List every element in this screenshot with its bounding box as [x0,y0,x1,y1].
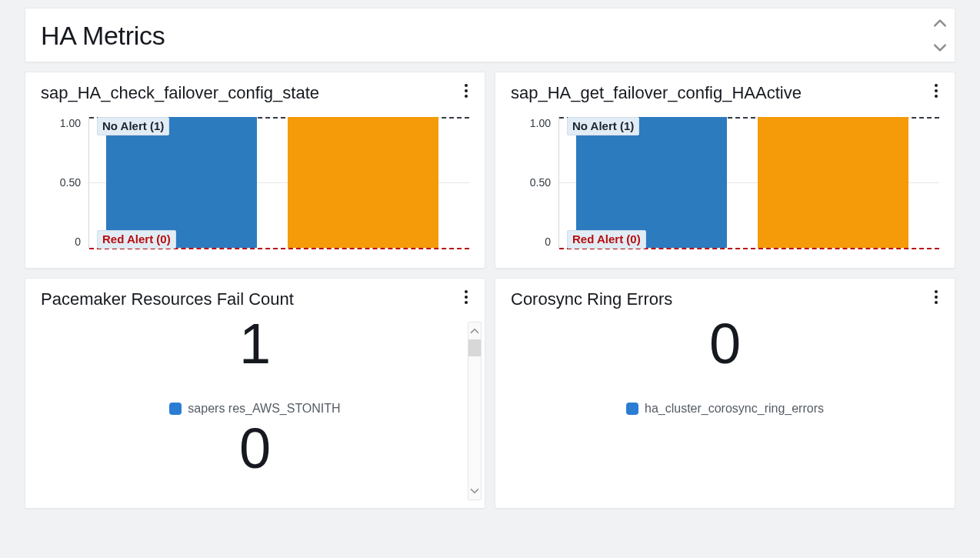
panel-scrollbar[interactable] [468,322,482,500]
metric-label-text: sapers res_AWS_STONITH [188,402,340,416]
chart: 1.00 0.50 0 No Alert (1) Red Alert (0) [41,117,469,254]
metric-label-text: ha_cluster_corosync_ring_errors [645,402,824,416]
metric-value: 0 [41,420,469,477]
threshold-label-bottom: Red Alert (0) [567,230,646,249]
panel-title: sap_HA_check_failover_config_state [41,83,469,103]
metric-value: 0 [511,316,939,373]
threshold-label-top: No Alert (1) [567,117,639,135]
legend-swatch-icon [169,403,182,415]
chevron-down-icon[interactable] [933,41,947,55]
threshold-label-top: No Alert (1) [97,117,169,135]
panel-pacemaker-fail-count: Pacemaker Resources Fail Count 1 sapers … [25,278,485,509]
section-title: HA Metrics [41,21,939,51]
chart: 1.00 0.50 0 No Alert (1) Red Alert (0) [511,117,939,254]
row-numbers: Pacemaker Resources Fail Count 1 sapers … [25,278,955,509]
y-tick: 1.00 [511,117,551,129]
panel-menu-button[interactable] [458,82,474,100]
bar-series-2 [288,117,438,248]
metric-legend: ha_cluster_corosync_ring_errors [511,402,939,416]
panel-chart-failover-state: sap_HA_check_failover_config_state 1.00 … [25,72,485,269]
panel-title: Corosync Ring Errors [511,289,939,309]
panel-chart-haactive: sap_HA_get_failover_config_HAActive 1.00… [495,72,955,269]
plot-area: No Alert (1) Red Alert (0) [558,117,939,248]
chevron-up-icon[interactable] [933,16,947,30]
y-axis: 1.00 0.50 0 [511,117,558,248]
row-charts: sap_HA_check_failover_config_state 1.00 … [25,72,955,269]
panel-menu-button[interactable] [928,288,944,306]
bar-series-2 [758,117,908,248]
y-axis: 1.00 0.50 0 [41,117,88,248]
section-collapse-controls [933,16,947,55]
plot-area: No Alert (1) Red Alert (0) [88,117,469,248]
y-tick: 0.50 [511,176,551,189]
y-tick: 0.50 [41,176,81,189]
panel-corosync-ring-errors: Corosync Ring Errors 0 ha_cluster_corosy… [495,278,955,509]
threshold-label-bottom: Red Alert (0) [97,230,176,249]
scrollbar-thumb[interactable] [468,339,481,356]
section-header: HA Metrics [25,8,955,62]
panel-title: Pacemaker Resources Fail Count [41,289,469,309]
bar-series-1 [576,117,727,248]
panel-menu-button[interactable] [458,288,474,306]
y-tick: 0 [511,236,551,248]
metric-legend: sapers res_AWS_STONITH [41,402,469,416]
scrollbar-down-icon[interactable] [468,483,481,500]
panel-menu-button[interactable] [928,82,944,100]
bar-series-1 [106,117,257,248]
panel-title: sap_HA_get_failover_config_HAActive [511,83,939,103]
metric-value: 1 [41,316,469,373]
scrollbar-up-icon[interactable] [468,322,481,339]
y-tick: 1.00 [41,117,81,129]
legend-swatch-icon [626,403,638,415]
y-tick: 0 [41,236,81,248]
